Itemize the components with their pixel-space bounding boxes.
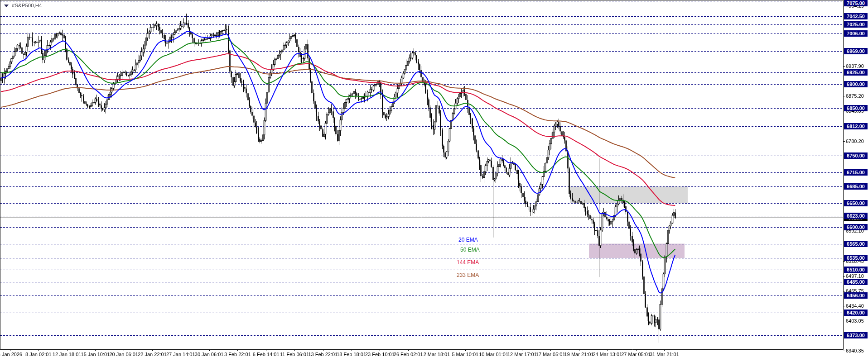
date-label: 6 Feb 14:01 bbox=[253, 352, 280, 357]
legend-20-ema: 20 EMA bbox=[458, 237, 478, 243]
date-label: 12 Mar 17:01 bbox=[507, 352, 537, 357]
chart-canvas[interactable] bbox=[0, 0, 868, 362]
date-label: 23 Feb 10:01 bbox=[365, 352, 395, 357]
price-tick-label: 6434.40 bbox=[846, 303, 868, 309]
symbol-label: #S&P500,H4 bbox=[12, 3, 42, 8]
price-line-label: 6535.00 bbox=[844, 255, 868, 261]
date-label: 5 Mar 10:01 bbox=[452, 352, 478, 357]
date-label: 20 Jan 06:01 bbox=[109, 352, 138, 357]
date-label: 3 Feb 22:01 bbox=[224, 352, 251, 357]
price-line-label: 6600.00 bbox=[844, 224, 868, 230]
price-line-label: 7025.00 bbox=[844, 21, 868, 28]
price-line-label: 7006.00 bbox=[844, 30, 868, 37]
price-line-label: 6485.00 bbox=[844, 279, 868, 285]
date-label: 27 Mar 05:01 bbox=[621, 352, 651, 357]
date-label: 15 Jan 10:01 bbox=[81, 352, 110, 357]
date-label: 17 Mar 05:01 bbox=[536, 352, 565, 357]
date-label: 30 Jan 06:01 bbox=[195, 352, 224, 357]
date-label: 11 Feb 06:01 bbox=[280, 352, 309, 357]
price-line-label: 6685.00 bbox=[844, 183, 868, 190]
legend-144-ema: 144 EMA bbox=[457, 259, 479, 266]
date-label: 12 Jan 18:01 bbox=[53, 352, 82, 357]
symbol-dropdown-icon[interactable] bbox=[4, 5, 9, 7]
price-line-label: 6715.00 bbox=[844, 169, 868, 176]
price-line-label: 6969.00 bbox=[844, 48, 868, 54]
price-line-label: 6420.00 bbox=[844, 310, 868, 316]
price-line-label: 6850.00 bbox=[844, 105, 868, 111]
price-line-label: 6812.00 bbox=[844, 123, 868, 129]
price-line-label: 7042.50 bbox=[844, 13, 868, 19]
price-line-label: 6750.00 bbox=[844, 152, 868, 159]
price-line-label: 6373.00 bbox=[844, 332, 868, 338]
price-line-label: 6510.00 bbox=[844, 267, 868, 273]
price-tick-label: 6937.90 bbox=[846, 63, 868, 69]
date-label: 24 Mar 13:01 bbox=[593, 352, 622, 357]
date-label: 19 Mar 21:01 bbox=[564, 352, 594, 357]
price-tick-label: 6875.20 bbox=[846, 93, 868, 99]
price-line-label: 6623.00 bbox=[844, 213, 868, 219]
legend-50-ema: 50 EMA bbox=[460, 247, 480, 253]
price-tick-label: 6780.20 bbox=[846, 138, 868, 144]
price-tick-label: 6340.35 bbox=[846, 348, 868, 354]
date-label: 31 Mar 21:01 bbox=[650, 352, 679, 357]
date-label: 22 Jan 22:01 bbox=[138, 352, 167, 357]
chart-window: #S&P500,H4 20 EMA50 EMA144 EMA233 EMA 70… bbox=[0, 0, 868, 362]
legend-233-ema: 233 EMA bbox=[457, 272, 479, 278]
price-tick-label: 6403.05 bbox=[846, 318, 868, 324]
price-line-label: 7075.00 bbox=[844, 0, 868, 6]
date-label: 27 Jan 14:01 bbox=[166, 352, 195, 357]
price-line-label: 6650.00 bbox=[844, 200, 868, 206]
date-label: 5 Jan 2026 bbox=[0, 352, 22, 357]
date-label: 18 Feb 18:01 bbox=[337, 352, 366, 357]
date-label: 13 Feb 22:01 bbox=[308, 352, 338, 357]
date-label: 8 Jan 02:01 bbox=[25, 352, 52, 357]
price-line-label: 6565.00 bbox=[844, 241, 868, 247]
date-label: 10 Mar 01:01 bbox=[479, 352, 508, 357]
price-line-label: 6900.00 bbox=[844, 81, 868, 87]
price-line-label: 6925.00 bbox=[844, 69, 868, 76]
price-line-label: 6456.00 bbox=[844, 292, 868, 299]
date-label: 2 Mar 18:01 bbox=[424, 352, 450, 357]
date-label: 26 Feb 02:01 bbox=[394, 352, 423, 357]
